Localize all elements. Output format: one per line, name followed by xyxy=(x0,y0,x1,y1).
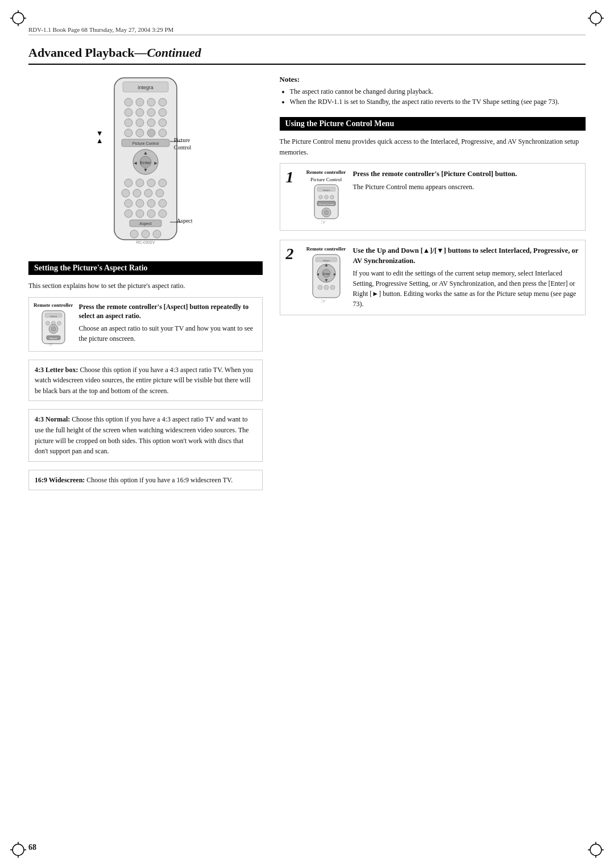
svg-text:Enter: Enter xyxy=(323,272,330,276)
svg-point-77 xyxy=(57,321,61,325)
svg-text:RC-0302V: RC-0302V xyxy=(136,240,155,244)
svg-text:►: ► xyxy=(333,272,337,277)
picture-step1-block: 1 Remote controller Picture Control inte… xyxy=(280,163,586,231)
page-title: Advanced Playback—Continued xyxy=(28,45,586,65)
corner-mark-bl xyxy=(10,842,26,858)
svg-text:▼: ▼ xyxy=(143,167,148,173)
two-col-layout: integra xyxy=(28,75,586,498)
svg-point-27 xyxy=(125,108,132,116)
option1-block: 4:3 Letter box: Choose this option if yo… xyxy=(28,360,263,402)
svg-point-37 xyxy=(147,129,155,137)
nav-arrow-label: ▼▲ xyxy=(96,130,103,144)
svg-text:Picture Control: Picture Control xyxy=(318,203,334,206)
svg-point-105 xyxy=(324,285,329,290)
note-item-1: The aspect ratio cannot be changed durin… xyxy=(290,86,586,97)
svg-text:Enter: Enter xyxy=(140,160,151,165)
svg-text:Aspect: Aspect xyxy=(139,222,151,226)
svg-point-50 xyxy=(147,179,155,187)
aspect-label: Aspect xyxy=(177,217,205,224)
svg-point-57 xyxy=(136,199,144,207)
svg-point-92 xyxy=(324,210,329,215)
svg-point-15 xyxy=(590,844,601,856)
svg-point-53 xyxy=(133,189,141,197)
aspect-step-body: Choose an aspect ratio to suit your TV a… xyxy=(79,323,258,344)
aspect-step-remote: Remote controller integra Aspect xyxy=(34,302,73,347)
picture-step2-block: 2 Remote controller integra ▲ ▼ ◄ xyxy=(280,240,586,315)
svg-point-88 xyxy=(330,195,334,199)
svg-text:◄: ◄ xyxy=(132,160,138,166)
svg-point-59 xyxy=(159,199,167,207)
header-bar: RDV-1.1 Book Page 68 Thursday, May 27, 2… xyxy=(28,26,586,35)
svg-point-55 xyxy=(156,189,164,197)
svg-point-56 xyxy=(125,199,132,207)
svg-point-26 xyxy=(159,98,167,106)
option1-text: 4:3 Letter box: Choose this option if yo… xyxy=(35,365,256,397)
svg-text:◄: ◄ xyxy=(316,272,320,277)
picture-control-label: Picture Control xyxy=(174,136,205,151)
svg-point-54 xyxy=(144,189,152,197)
aspect-step-title: Press the remote controller's [Aspect] b… xyxy=(79,302,258,322)
svg-point-32 xyxy=(136,119,144,127)
svg-point-35 xyxy=(125,129,132,137)
svg-text:Picture Control: Picture Control xyxy=(132,141,159,145)
svg-point-25 xyxy=(147,98,155,106)
svg-text:☞: ☞ xyxy=(48,341,53,347)
aspect-remote-controller-label: Remote controller xyxy=(34,302,73,308)
step2-remote-container: Remote controller integra ▲ ▼ ◄ ► Enter xyxy=(306,246,346,309)
svg-point-5 xyxy=(590,12,601,24)
svg-point-30 xyxy=(159,108,167,116)
svg-text:Aspect: Aspect xyxy=(50,337,57,340)
step1-remote-container: Remote controller Picture Control integr… xyxy=(306,169,346,224)
corner-mark-tr xyxy=(588,10,604,26)
remote-illustration: integra xyxy=(106,75,185,245)
step1-mini-remote-svg: integra Picture Control ☞ xyxy=(312,183,341,224)
svg-point-62 xyxy=(147,210,155,218)
option3-block: 16:9 Widescreen: Choose this option if y… xyxy=(28,470,263,491)
step1-remote-label: Remote controller xyxy=(306,169,346,175)
step2-content: Use the Up and Down [▲]/[▼] buttons to s… xyxy=(353,246,579,309)
svg-text:integra: integra xyxy=(50,315,57,318)
svg-text:▲: ▲ xyxy=(324,262,329,268)
option1-title: 4:3 Letter box: xyxy=(35,366,78,374)
svg-point-63 xyxy=(159,210,167,218)
svg-text:►: ► xyxy=(153,160,158,166)
notes-section: Notes: The aspect ratio cannot be change… xyxy=(280,75,586,107)
svg-point-86 xyxy=(318,195,322,199)
step1-body: The Picture Control menu appears onscree… xyxy=(353,182,579,192)
svg-text:integra: integra xyxy=(138,85,154,90)
step1-number: 1 xyxy=(286,169,300,224)
corner-mark-tl xyxy=(10,10,26,26)
step1-content: Press the remote controller's [Picture C… xyxy=(353,169,579,224)
option3-text: 16:9 Widescreen: Choose this option if y… xyxy=(35,475,256,486)
picture-section-heading: Using the Picture Control Menu xyxy=(280,117,586,131)
notes-list: The aspect ratio cannot be changed durin… xyxy=(280,86,586,107)
right-column: Notes: The aspect ratio cannot be change… xyxy=(280,75,586,498)
svg-text:integra: integra xyxy=(322,259,330,262)
option2-text: 4:3 Normal: Choose this option if you ha… xyxy=(35,414,256,456)
aspect-step-body-container: Press the remote controller's [Aspect] b… xyxy=(79,302,258,347)
svg-point-60 xyxy=(125,210,132,218)
svg-point-49 xyxy=(136,179,144,187)
aspect-mini-remote-svg: integra Aspect ☞ xyxy=(39,310,68,347)
svg-text:☞: ☞ xyxy=(321,219,326,224)
svg-point-79 xyxy=(51,327,56,331)
svg-point-33 xyxy=(147,119,155,127)
remote-image-container: integra xyxy=(28,75,263,251)
svg-point-106 xyxy=(330,285,335,290)
svg-point-34 xyxy=(159,119,167,127)
svg-point-38 xyxy=(159,129,167,137)
step1-title: Press the remote controller's [Picture C… xyxy=(353,169,579,180)
notes-title: Notes: xyxy=(280,75,586,84)
svg-point-28 xyxy=(136,108,144,116)
step2-number: 2 xyxy=(286,246,300,309)
aspect-step-block: Remote controller integra Aspect xyxy=(28,297,263,352)
svg-text:▲: ▲ xyxy=(143,150,148,156)
title-main: Advanced Playback xyxy=(28,45,134,60)
svg-point-67 xyxy=(142,230,150,238)
svg-point-51 xyxy=(159,179,167,187)
svg-point-104 xyxy=(318,285,322,290)
svg-text:☞: ☞ xyxy=(321,298,326,303)
title-continued: —Continued xyxy=(134,45,201,60)
svg-point-24 xyxy=(136,98,144,106)
svg-point-75 xyxy=(45,321,49,325)
